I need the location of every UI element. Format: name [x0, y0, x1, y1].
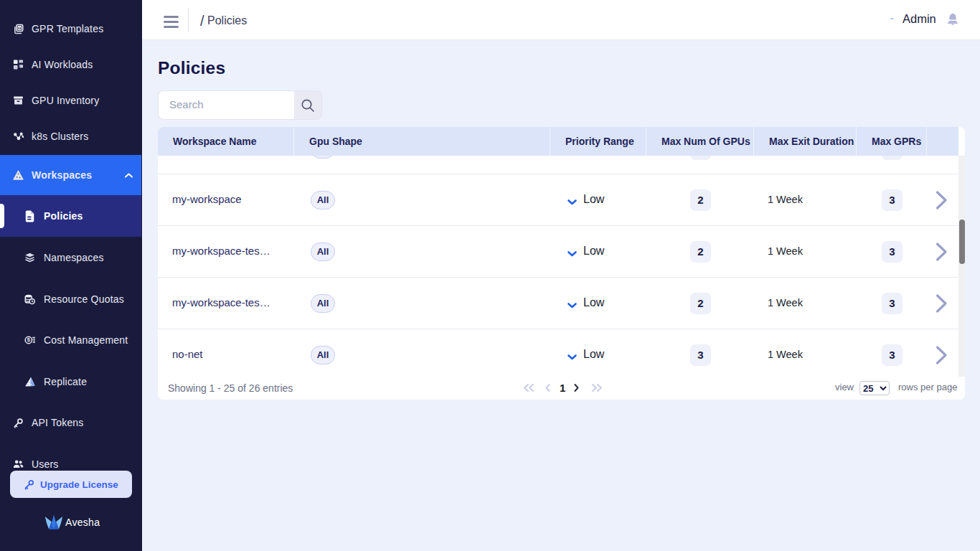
svg-text:$: $ — [27, 337, 31, 344]
